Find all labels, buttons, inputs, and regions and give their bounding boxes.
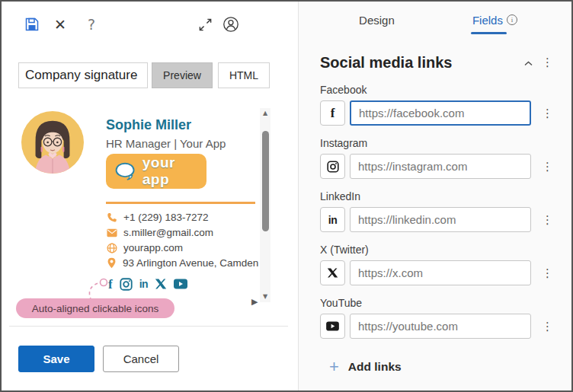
phone-number: +1 (229) 183-7272	[123, 212, 208, 223]
location-icon	[107, 257, 117, 269]
tab-fields[interactable]: Fields i	[472, 14, 517, 34]
speech-bubble-icon	[114, 159, 138, 183]
scroll-up-icon[interactable]: ▲	[263, 108, 267, 119]
section-title: Social media links	[320, 54, 518, 72]
add-links-label: Add links	[348, 360, 402, 374]
section-kebab-menu[interactable]: ⋮	[539, 54, 556, 71]
field-label: Facebook	[320, 84, 556, 96]
add-links-button[interactable]: + Add links	[329, 359, 556, 375]
company-logo[interactable]: your app	[106, 154, 206, 189]
signature-editor-panel: ✕ ? Preview HTML	[2, 2, 298, 390]
diagonal-arrows-icon	[198, 18, 213, 32]
signature-person-name: Sophie Miller	[106, 117, 191, 133]
field-label: YouTube	[320, 297, 556, 309]
preview-button[interactable]: Preview	[152, 62, 213, 88]
html-button[interactable]: HTML	[218, 62, 270, 88]
field-label: LinkedIn	[320, 190, 556, 202]
close-icon[interactable]: ✕	[50, 15, 70, 33]
facebook-icon: f	[320, 100, 345, 126]
contact-row-address: 93 Arlington Avenue, Camden	[107, 256, 258, 270]
youtube-url-input[interactable]	[350, 314, 531, 339]
floppy-disk-icon	[24, 17, 40, 32]
save-button[interactable]: Save	[18, 346, 94, 372]
x-twitter-icon[interactable]	[155, 278, 167, 290]
street-address: 93 Arlington Avenue, Camden	[123, 257, 258, 269]
person-circle-icon	[222, 16, 239, 33]
panel-tabs: Design Fields i	[320, 2, 556, 34]
scroll-down-icon[interactable]: ▼	[263, 292, 267, 302]
scrollbar-thumb[interactable]	[262, 131, 269, 231]
help-icon[interactable]: ?	[84, 15, 99, 33]
plus-icon: +	[329, 359, 339, 375]
signature-social-icons: f in	[108, 277, 187, 291]
website-url: yourapp.com	[123, 242, 183, 253]
field-label: X (Twitter)	[320, 244, 556, 256]
youtube-kebab-menu[interactable]: ⋮	[539, 318, 556, 335]
field-group-youtube: YouTube ⋮	[320, 297, 556, 339]
x-kebab-menu[interactable]: ⋮	[539, 265, 556, 282]
signature-editor-window: ✕ ? Preview HTML	[0, 0, 573, 392]
tab-design-label: Design	[359, 14, 395, 27]
account-icon[interactable]	[221, 14, 241, 34]
linkedin-icon: in	[320, 207, 345, 232]
facebook-url-input[interactable]	[350, 100, 531, 126]
field-group-linkedin: LinkedIn in ⋮	[320, 190, 556, 232]
facebook-kebab-menu[interactable]: ⋮	[539, 105, 556, 122]
youtube-icon[interactable]	[174, 279, 187, 289]
x-twitter-icon	[320, 260, 345, 285]
tab-design[interactable]: Design	[359, 14, 395, 34]
fields-panel: Design Fields i Social media links ⋮ Fac…	[298, 2, 571, 390]
avatar	[21, 111, 84, 174]
field-group-instagram: Instagram ⋮	[320, 137, 556, 179]
linkedin-icon[interactable]: in	[139, 279, 148, 289]
youtube-icon	[320, 314, 345, 339]
mail-icon	[107, 228, 117, 237]
preview-scrollbar[interactable]: ▲ ▼	[260, 108, 270, 302]
field-group-x-twitter: X (Twitter) ⋮	[320, 244, 556, 285]
email-address: s.miller@gmail.com	[123, 227, 213, 238]
linkedin-url-input[interactable]	[350, 207, 531, 232]
chevron-up-icon[interactable]	[518, 53, 539, 72]
phone-icon	[107, 212, 117, 223]
footer-divider	[9, 326, 288, 327]
expand-icon[interactable]	[196, 15, 214, 33]
contact-row-phone: +1 (229) 183-7272	[107, 210, 258, 225]
contact-list: +1 (229) 183-7272 s.miller@gmail.com you…	[107, 210, 258, 271]
save-icon[interactable]	[23, 15, 41, 33]
x-url-input[interactable]	[350, 260, 531, 285]
field-group-facebook: Facebook f ⋮	[320, 84, 556, 126]
tab-fields-label: Fields	[472, 14, 503, 27]
instagram-url-input[interactable]	[350, 154, 531, 179]
instagram-kebab-menu[interactable]: ⋮	[539, 158, 556, 175]
company-logo-text: your app	[142, 155, 199, 188]
linkedin-kebab-menu[interactable]: ⋮	[539, 212, 556, 228]
resize-handle-icon[interactable]: ▶	[251, 297, 258, 307]
globe-icon	[107, 243, 117, 253]
instagram-icon	[320, 154, 345, 179]
field-label: Instagram	[320, 137, 556, 149]
contact-row-email: s.miller@gmail.com	[107, 225, 258, 240]
social-links-section-header: Social media links ⋮	[320, 53, 556, 72]
contact-row-website: yourapp.com	[107, 241, 258, 255]
callout-badge: Auto-aligned clickable icons	[16, 298, 174, 318]
signature-name-input[interactable]	[18, 62, 148, 88]
signature-divider	[106, 202, 255, 204]
instagram-icon[interactable]	[120, 278, 133, 291]
cancel-button[interactable]: Cancel	[103, 346, 179, 372]
info-icon: i	[507, 14, 517, 25]
signature-person-title: HR Manager | Your App	[106, 137, 226, 150]
